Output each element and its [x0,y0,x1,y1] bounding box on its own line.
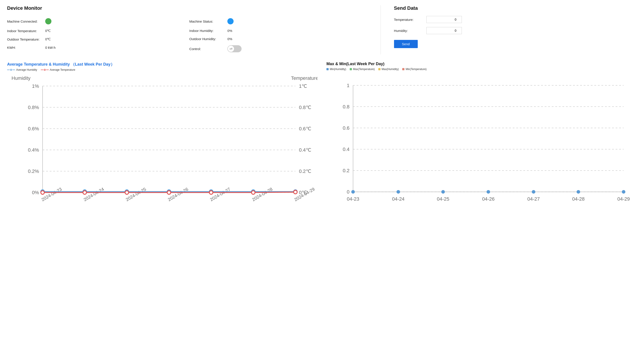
device-monitor-panel: Device Monitor Machine Connected: Indoor… [7,5,381,54]
svg-point-38 [125,191,128,194]
legend-max-temperature: Max(Temperature) [350,68,375,71]
svg-point-70 [622,190,626,194]
charts-section: Average Temperature & Humidity （Last Wee… [7,62,637,215]
outdoor-humidity-value: 0% [227,37,232,41]
svg-point-64 [351,190,355,194]
humidity-input[interactable] [426,27,462,34]
svg-point-37 [83,191,86,194]
svg-text:1: 1 [347,83,350,88]
svg-point-67 [487,190,490,194]
send-button[interactable]: Send [394,40,418,48]
control-label: Control: [189,47,225,51]
legend-min-temperature: Min(Temperature) [402,68,426,71]
svg-point-41 [252,191,255,194]
svg-text:2024-04-23: 2024-04-23 [40,187,63,202]
indoor-temp-label: Indoor Temperature: [7,29,42,33]
min-humidity-dot [326,68,329,70]
avg-chart-svg: Humidity Temperature 1% 0.8% 0.6% 0.4% 0… [7,73,318,214]
outdoor-humidity-label: Outdoor Humidity: [189,37,225,41]
svg-text:04-24: 04-24 [392,196,404,202]
temperature-label: Temperature: [394,18,423,22]
send-data-panel: Send Data Temperature: Humidity: Send [381,5,637,54]
maxmin-chart-container: Max & Min(Last Week Per Day) Min(Humidit… [326,62,637,215]
indoor-humidity-label: Indoor Humidity: [189,29,225,32]
legend-avg-temperature: Average Temperature [41,68,75,72]
temperature-input[interactable] [426,16,462,23]
svg-text:1%: 1% [32,83,39,89]
svg-text:2024-04-26: 2024-04-26 [167,187,189,202]
legend-avg-humidity: Average Humidity [7,68,37,72]
svg-text:Humidity: Humidity [12,75,30,81]
legend-min-temperature-label: Min(Temperature) [406,68,426,71]
svg-text:2024-04-28: 2024-04-28 [251,187,274,202]
svg-point-40 [210,191,213,194]
outdoor-temp-label: Outdoor Temperature: [7,38,42,41]
svg-text:04-26: 04-26 [482,196,494,202]
legend-avg-humidity-label: Average Humidity [16,68,37,72]
kwh-value: 0 kW·h [45,46,56,50]
svg-point-39 [167,191,171,194]
indoor-humidity-value: 0% [227,29,232,32]
svg-text:Temperature: Temperature [291,75,318,81]
svg-text:0.6℃: 0.6℃ [299,126,311,132]
svg-text:0.4℃: 0.4℃ [299,147,311,153]
svg-text:04-27: 04-27 [528,196,540,202]
svg-text:0.8℃: 0.8℃ [299,105,311,110]
machine-connected-indicator [45,18,52,24]
svg-text:04-25: 04-25 [437,196,449,202]
legend-min-humidity: Min(Humidity) [326,68,346,71]
svg-text:0.4: 0.4 [342,146,350,152]
max-temperature-dot [350,68,352,70]
machine-status-indicator [227,18,234,24]
indoor-temp-value: 0℃ [45,29,51,33]
svg-text:0: 0 [347,189,350,195]
outdoor-temp-value: 0℃ [45,37,51,41]
svg-text:0.2℃: 0.2℃ [299,168,311,174]
min-temperature-dot [402,68,404,70]
max-humidity-dot [378,68,380,70]
send-data-title: Send Data [394,5,637,11]
svg-text:0.2%: 0.2% [28,168,39,174]
toggle-knob: off [228,46,234,52]
svg-point-69 [577,190,580,194]
svg-point-65 [396,190,400,194]
device-monitor-title: Device Monitor [7,5,372,11]
svg-point-66 [441,190,445,194]
maxmin-chart-legend: Min(Humidity) Max(Temperature) Max(Humid… [326,68,637,71]
svg-text:04-23: 04-23 [347,196,359,202]
legend-min-humidity-label: Min(Humidity) [330,68,346,71]
machine-connected-label: Machine Connected: [7,20,42,23]
avg-chart-area: Humidity Temperature 1% 0.8% 0.6% 0.4% 0… [7,73,318,215]
avg-chart-legend: Average Humidity Average Temperature [7,68,318,72]
maxmin-chart-area: 1 0.8 0.6 0.4 0.2 0 04-23 04-24 04-25 04… [326,72,637,214]
legend-max-humidity-label: Max(Humidity) [382,68,399,71]
legend-avg-temperature-label: Average Temperature [50,68,75,72]
svg-text:2024-04-29: 2024-04-29 [294,187,316,202]
kwh-label: KWH: [7,46,42,50]
svg-text:2024-04-25: 2024-04-25 [125,187,147,202]
svg-point-68 [532,190,536,194]
svg-text:0.8%: 0.8% [28,105,39,110]
svg-point-42 [294,190,297,194]
svg-text:1℃: 1℃ [299,83,307,89]
svg-text:0.6: 0.6 [342,125,350,131]
humidity-label: Humidity: [394,29,423,32]
machine-status-label: Machine Status: [189,20,225,23]
legend-max-humidity: Max(Humidity) [378,68,399,71]
svg-text:04-28: 04-28 [572,196,584,202]
maxmin-chart-title: Max & Min(Last Week Per Day) [326,62,637,66]
svg-text:0.2: 0.2 [342,168,350,173]
maxmin-chart-svg: 1 0.8 0.6 0.4 0.2 0 04-23 04-24 04-25 04… [326,72,637,214]
svg-text:04-29: 04-29 [618,196,630,202]
legend-max-temperature-label: Max(Temperature) [353,68,375,71]
svg-text:0%: 0% [32,190,39,195]
svg-point-36 [41,191,44,194]
avg-chart-title: Average Temperature & Humidity （Last Wee… [7,62,318,67]
avg-chart-container: Average Temperature & Humidity （Last Wee… [7,62,318,215]
svg-text:0.4%: 0.4% [28,147,39,153]
svg-text:0.6%: 0.6% [28,126,39,132]
svg-text:2024-04-27: 2024-04-27 [209,187,231,202]
svg-text:2024-04-24: 2024-04-24 [83,187,105,202]
control-toggle[interactable]: off [227,45,242,52]
svg-text:0.8: 0.8 [342,104,350,110]
